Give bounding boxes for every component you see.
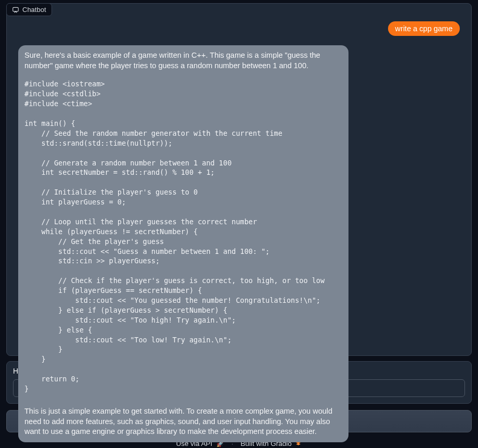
chat-icon [12,6,19,14]
chatbot-title: Chatbot [22,6,46,14]
user-message: write a cpp game [388,21,460,36]
svg-rect-0 [13,7,19,11]
chatbot-header: Chatbot [6,3,52,16]
bot-outro-text: This is just a simple example to get sta… [24,406,342,437]
user-message-row: write a cpp game [18,21,460,36]
bot-message-row: Sure, here's a basic example of a game w… [18,45,460,442]
bot-code-block: #include <iostream> #include <cstdlib> #… [24,79,342,394]
chat-area: write a cpp game Sure, here's a basic ex… [7,4,471,355]
bot-intro-text: Sure, here's a basic example of a game w… [24,50,342,71]
bot-message: Sure, here's a basic example of a game w… [18,45,348,442]
chatbot-panel: Chatbot write a cpp game Sure, here's a … [6,3,472,356]
